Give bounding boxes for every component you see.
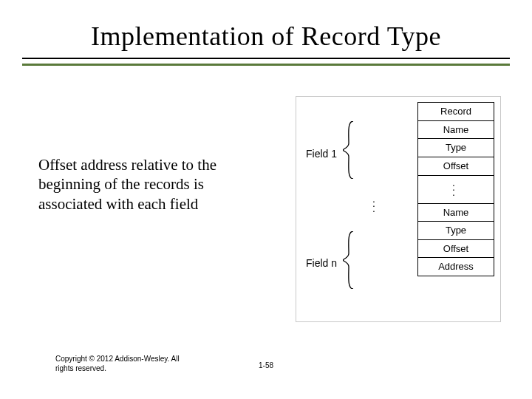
brace-icon (343, 121, 356, 179)
record-diagram: Field 1 Field n ... Record Name Type Off… (296, 96, 502, 325)
body-text: Offset address relative to the beginning… (38, 155, 267, 214)
slide-title: Implementation of Record Type (0, 21, 532, 52)
cell-name2: Name (417, 203, 494, 222)
cell-name: Name (417, 120, 494, 140)
cell-type: Type (417, 138, 494, 157)
title-underline (22, 58, 510, 66)
cell-offset: Offset (417, 157, 494, 176)
vdots-icon: ... (372, 197, 375, 211)
box-column: Record Name Type Offset ... Name Type Of… (417, 102, 494, 276)
footer-page: 1-58 (0, 361, 532, 369)
cell-type2: Type (417, 221, 494, 240)
vdots-icon: ... (452, 180, 455, 194)
cell-offset2: Offset (417, 239, 494, 259)
slide: Implementation of Record Type Offset add… (0, 0, 532, 399)
fieldn-label: Field n (306, 257, 337, 269)
cell-gap: ... (417, 174, 494, 204)
field1-label: Field 1 (306, 148, 337, 160)
cell-address: Address (417, 257, 494, 276)
cell-record: Record (417, 102, 494, 121)
brace-icon (343, 231, 356, 289)
